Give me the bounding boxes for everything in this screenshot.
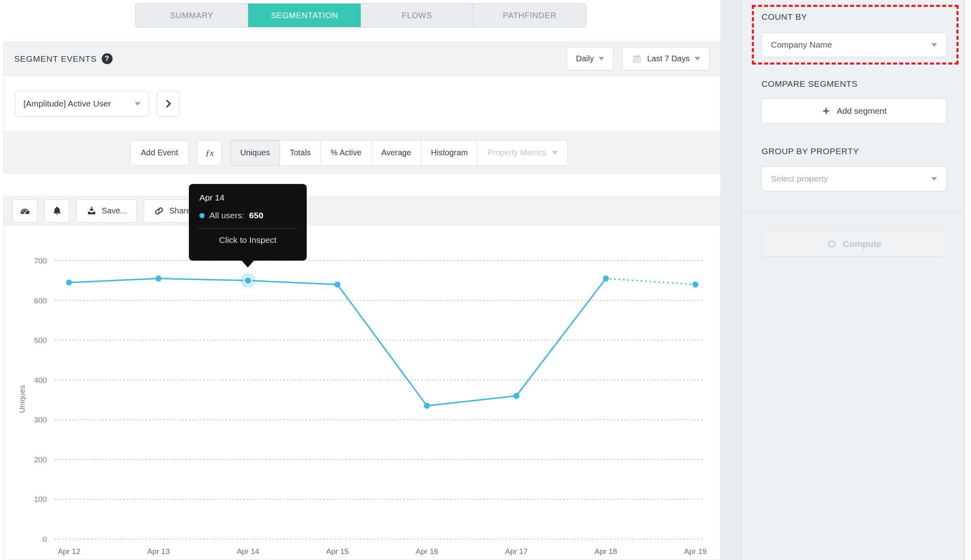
svg-text:Apr 19: Apr 19 [684,547,707,556]
svg-text:Apr 13: Apr 13 [147,547,170,556]
compute-label: Compute [843,239,881,249]
chevron-down-icon [552,151,558,155]
save-label: Save... [102,206,127,215]
svg-text:Apr 15: Apr 15 [326,547,349,556]
event-dropdown-value: [Amplitude] Active User [23,99,111,109]
chevron-down-icon [135,102,140,106]
svg-text:Apr 18: Apr 18 [594,547,617,556]
svg-text:Apr 16: Apr 16 [416,547,438,556]
group-by-property-label: GROUP BY PROPERTY [762,146,859,156]
segmentation-line-chart[interactable]: 0100200300400500600700UniquesApr 12Apr 1… [4,226,720,560]
group-by-dropdown[interactable]: Select property [762,166,946,191]
count-by-value: Company Name [771,40,832,50]
content-sidebar-gap [720,0,741,560]
tab-flows[interactable]: FLOWS [361,4,473,27]
help-icon[interactable]: ? [102,53,113,64]
add-segment-button[interactable]: Add segment [762,98,946,123]
dashboard-gauge-icon [19,205,31,217]
segment-events-panel: SEGMENT EVENTS ? Daily Last 7 Days [A [3,42,720,174]
toggle-percent-active[interactable]: % Active [321,140,372,165]
interval-label: Daily [576,54,594,63]
svg-text:200: 200 [34,456,47,464]
tooltip-value: 650 [249,211,263,220]
calendar-icon [632,54,642,64]
svg-text:500: 500 [34,336,47,345]
chevron-down-icon [931,43,937,47]
metric-toggle-group: Uniques Totals % Active Average Histogra… [230,140,567,166]
right-sidebar: COUNT BY Company Name COMPARE SEGMENTS A… [741,0,965,560]
add-to-dashboard-button[interactable] [13,199,38,223]
svg-text:Apr 14: Apr 14 [236,547,259,556]
svg-text:Uniques: Uniques [18,385,26,413]
segment-events-header: SEGMENT EVENTS ? Daily Last 7 Days [4,42,720,76]
tab-segmentation[interactable]: SEGMENTATION [248,4,361,27]
tab-summary[interactable]: SUMMARY [136,4,248,27]
save-button[interactable]: Save... [76,199,137,223]
interval-dropdown[interactable]: Daily [567,47,613,71]
add-segment-label: Add segment [837,106,887,116]
chart-tooltip: Apr 14 All users: 650 Click to Inspect [189,184,307,261]
event-dropdown[interactable]: [Amplitude] Active User [15,91,149,117]
svg-text:0: 0 [42,535,47,543]
report-tabbar: SUMMARY SEGMENTATION FLOWS PATHFINDER [135,3,586,27]
expand-event-button[interactable] [157,91,180,117]
chart-card: Save... Share 0100200300400500600700Uniq… [3,196,720,560]
refresh-icon [827,239,837,249]
count-by-dropdown[interactable]: Company Name [762,32,946,57]
property-metrics-dropdown[interactable]: Property Metrics [478,140,567,165]
bell-icon [52,205,63,216]
count-by-label: COUNT BY [762,12,807,22]
sidebar-divider [741,212,965,213]
tooltip-date: Apr 14 [199,193,296,203]
svg-text:700: 700 [34,257,47,265]
add-event-button[interactable]: Add Event [130,140,189,166]
download-icon [86,206,97,216]
date-range-dropdown[interactable]: Last 7 Days [622,47,709,71]
svg-text:100: 100 [34,495,47,504]
compute-button[interactable]: Compute [762,232,946,257]
link-icon [154,206,164,216]
page-right-strip[interactable] [965,0,971,560]
group-by-placeholder: Select property [771,174,828,184]
series-dot-icon [199,213,205,218]
svg-text:600: 600 [34,297,47,305]
chevron-down-icon [695,57,700,61]
chevron-down-icon [931,177,937,181]
toggle-uniques[interactable]: Uniques [230,140,280,165]
tab-pathfinder[interactable]: PATHFINDER [473,4,586,27]
svg-text:400: 400 [34,376,47,384]
panel-title: SEGMENT EVENTS ? [14,53,113,64]
compare-segments-label: COMPARE SEGMENTS [762,79,858,89]
toggle-average[interactable]: Average [372,140,421,165]
plus-icon [821,106,831,116]
chevron-right-icon [163,98,174,109]
tooltip-series-label: All users: [209,211,244,220]
toggle-totals[interactable]: Totals [280,140,321,165]
formula-button[interactable]: ƒx [197,140,222,166]
svg-text:300: 300 [34,416,47,424]
tooltip-divider [198,228,298,229]
svg-text:Apr 17: Apr 17 [505,547,528,556]
panel-title-text: SEGMENT EVENTS [14,54,97,64]
svg-text:Apr 12: Apr 12 [58,547,80,556]
date-range-label: Last 7 Days [647,54,690,63]
share-label: Share [169,206,190,215]
alert-button[interactable] [44,199,69,223]
toggle-histogram[interactable]: Histogram [421,140,478,165]
chart-toolbar: Save... Share [4,196,720,226]
tooltip-inspect-hint[interactable]: Click to Inspect [199,235,296,245]
property-metrics-label: Property Metrics [488,148,546,157]
chevron-down-icon [599,57,604,61]
